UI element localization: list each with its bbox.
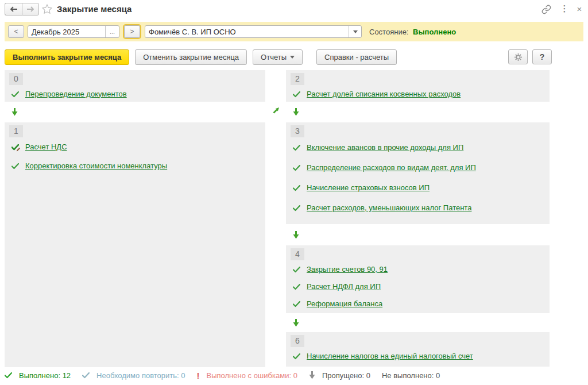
period-field[interactable]: Декабрь 2025 ... <box>28 25 119 38</box>
legend-count: 12 <box>63 371 71 380</box>
period-toolbar: < Декабрь 2025 ... > Фомичёв С. В. ИП ОС… <box>5 22 583 41</box>
legend-count: 0 <box>366 371 370 380</box>
arrow-down-icon <box>293 319 299 327</box>
title-bar: Закрытие месяца ⋮ × <box>0 0 588 18</box>
group-number-badge: 6 <box>291 335 304 347</box>
group-4-panel: 4 Закрытие счетов 90, 91 Расчет НДФЛ для… <box>286 245 550 313</box>
chevron-down-icon <box>290 56 295 59</box>
period-value[interactable]: Декабрь 2025 <box>28 26 105 37</box>
reports-label: Отчеты <box>261 53 287 61</box>
operation-link[interactable]: Включение авансов в прочие доходы для ИП <box>307 143 463 152</box>
group-number-badge: 1 <box>9 125 23 137</box>
check-done-edited-icon <box>11 144 19 150</box>
check-blue-icon <box>82 372 90 379</box>
legend-label: Пропущено: <box>322 371 364 380</box>
legend-done: Выполнено: 12 <box>5 371 71 380</box>
flow-arrow-row <box>286 313 550 332</box>
group-2-panel: 2 Расчет долей списания косвенных расход… <box>286 70 550 102</box>
status-value: Выполнено <box>413 28 456 36</box>
operation-row: Расчет НДФЛ для ИП <box>286 278 550 295</box>
actions-toolbar: Выполнить закрытие месяца Отменить закры… <box>5 49 583 65</box>
operation-link[interactable]: Расчет НДС <box>25 143 67 151</box>
operation-row: Распределение расходов по видам деят. дл… <box>286 157 550 178</box>
status-label: Состояние: <box>369 28 408 36</box>
operation-link[interactable]: Расчет расходов, уменьшающих налог Патен… <box>307 203 471 212</box>
operation-link[interactable]: Начисление страховых взносов ИП <box>307 183 430 192</box>
history-nav <box>5 3 39 16</box>
cancel-closing-button[interactable]: Отменить закрытие месяца <box>135 49 247 65</box>
check-done-icon <box>293 301 300 307</box>
legend-count: 0 <box>436 371 440 380</box>
check-done-icon <box>293 266 300 272</box>
organization-field[interactable]: Фомичёв С. В. ИП ОСНО <box>145 25 362 38</box>
more-menu-icon[interactable]: ⋮ <box>559 3 570 14</box>
group-1-panel: 1 Расчет НДС Корректировка стоимости ном… <box>5 122 265 367</box>
prev-period-button[interactable]: < <box>8 25 24 38</box>
pencil-icon <box>16 148 20 152</box>
group-3-panel: 3 Включение авансов в прочие доходы для … <box>286 122 550 224</box>
flow-arrow-up-right-icon <box>272 107 280 116</box>
exclamation-red-icon: ! <box>197 372 200 379</box>
group-number-badge: 3 <box>291 125 304 137</box>
flow-arrow-row <box>286 224 550 245</box>
closing-operations-area: 0 Перепроведение документов 1 Расчет НДС <box>0 70 588 367</box>
operation-row: Включение авансов в прочие доходы для ИП <box>286 137 550 157</box>
settings-gear-button[interactable] <box>508 49 528 64</box>
check-done-icon <box>293 205 300 211</box>
operation-row: Расчет НДС <box>5 137 265 156</box>
arrow-down-icon <box>293 108 299 116</box>
check-done-icon <box>293 184 300 191</box>
operation-row: Начисление страховых взносов ИП <box>286 178 550 198</box>
organization-value[interactable]: Фомичёв С. В. ИП ОСНО <box>145 26 349 37</box>
legend-errors: ! Выполнено с ошибками: 0 <box>197 371 297 380</box>
period-picker-button[interactable]: ... <box>105 26 119 37</box>
legend-repeat: Необходимо повторить: 0 <box>82 371 185 380</box>
legend-not-done: Не выполнено: 0 <box>382 371 440 380</box>
status-area: Состояние: Выполнено <box>369 28 456 36</box>
check-done-icon <box>293 164 300 171</box>
get-link-icon[interactable] <box>541 4 551 14</box>
group-0-panel: 0 Перепроведение документов <box>5 70 265 102</box>
operation-link[interactable]: Корректировка стоимости номенклатуры <box>25 161 167 170</box>
operation-link[interactable]: Реформация баланса <box>307 299 382 308</box>
chevron-down-icon <box>353 30 358 33</box>
group-6-panel: 6 Начисление налогов на единый налоговый… <box>286 332 550 367</box>
arrow-down-icon <box>293 231 299 239</box>
flow-arrow-row <box>5 102 265 122</box>
right-tools: ? <box>508 49 552 64</box>
operation-row: Перепроведение документов <box>5 85 265 102</box>
group-number-badge: 2 <box>291 73 304 85</box>
legend-skipped: Пропущено: 0 <box>309 371 370 380</box>
arrow-down-icon <box>11 108 18 116</box>
legend-label: Выполнено с ошибками: <box>207 371 292 380</box>
close-icon[interactable]: × <box>574 3 585 14</box>
reports-menu-button[interactable]: Отчеты <box>253 49 303 65</box>
operation-row: Реформация баланса <box>286 295 550 312</box>
legend-label: Необходимо повторить: <box>96 371 179 380</box>
references-calculations-button[interactable]: Справки - расчеты <box>316 49 397 65</box>
forward-button[interactable] <box>22 3 39 16</box>
column-right: 2 Расчет долей списания косвенных расход… <box>286 70 550 367</box>
operation-link[interactable]: Перепроведение документов <box>25 90 127 98</box>
help-button[interactable]: ? <box>532 49 552 64</box>
operation-link[interactable]: Расчет долей списания косвенных расходов <box>307 90 461 98</box>
next-period-button[interactable]: > <box>124 25 140 38</box>
page-title: Закрытие месяца <box>57 4 131 14</box>
favorite-star-icon[interactable] <box>41 3 53 15</box>
check-done-icon <box>293 353 300 359</box>
back-button[interactable] <box>5 3 22 16</box>
operation-link[interactable]: Закрытие счетов 90, 91 <box>307 265 388 274</box>
status-legend: Выполнено: 12 Необходимо повторить: 0 ! … <box>5 370 440 380</box>
operation-link[interactable]: Начисление налогов на единый налоговый с… <box>307 352 473 360</box>
operation-link[interactable]: Распределение расходов по видам деят. дл… <box>307 163 476 172</box>
run-closing-button[interactable]: Выполнить закрытие месяца <box>5 49 129 65</box>
operation-row: Закрытие счетов 90, 91 <box>286 260 550 278</box>
column-left: 0 Перепроведение документов 1 Расчет НДС <box>5 70 265 367</box>
operation-link[interactable]: Расчет НДФЛ для ИП <box>307 282 381 291</box>
legend-label: Выполнено: <box>19 371 60 380</box>
check-done-icon <box>293 144 300 151</box>
operation-row: Расчет расходов, уменьшающих налог Патен… <box>286 198 550 218</box>
organization-dropdown-button[interactable] <box>349 26 361 37</box>
legend-count: 0 <box>181 371 185 380</box>
operation-row: Расчет долей списания косвенных расходов <box>286 85 550 102</box>
